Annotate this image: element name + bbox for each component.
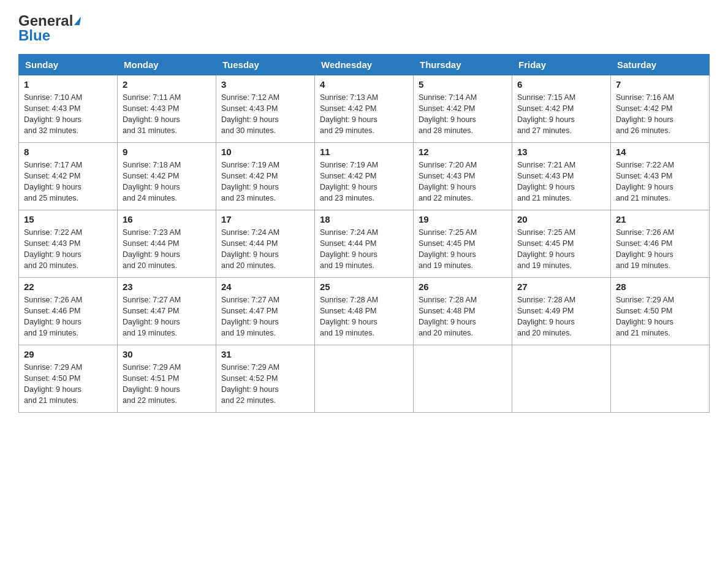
day-number: 26: [419, 282, 507, 292]
calendar-cell: 7Sunrise: 7:16 AMSunset: 4:42 PMDaylight…: [611, 75, 710, 143]
calendar-cell: 2Sunrise: 7:11 AMSunset: 4:43 PMDaylight…: [118, 75, 216, 143]
day-number: 6: [517, 79, 605, 90]
calendar-cell: 23Sunrise: 7:27 AMSunset: 4:47 PMDayligh…: [118, 278, 216, 345]
col-header-tuesday: Tuesday: [216, 55, 315, 75]
col-header-monday: Monday: [118, 55, 216, 75]
calendar-cell: 1Sunrise: 7:10 AMSunset: 4:43 PMDaylight…: [19, 75, 118, 143]
day-number: 7: [616, 79, 704, 90]
calendar-cell: 9Sunrise: 7:18 AMSunset: 4:42 PMDaylight…: [118, 143, 216, 210]
calendar-header-row: SundayMondayTuesdayWednesdayThursdayFrid…: [19, 55, 710, 75]
day-info: Sunrise: 7:29 AMSunset: 4:52 PMDaylight:…: [221, 362, 309, 407]
day-info: Sunrise: 7:27 AMSunset: 4:47 PMDaylight:…: [221, 294, 309, 339]
day-number: 30: [123, 349, 211, 359]
day-number: 21: [616, 214, 704, 224]
col-header-sunday: Sunday: [19, 55, 118, 75]
day-info: Sunrise: 7:29 AMSunset: 4:50 PMDaylight:…: [616, 294, 704, 339]
day-number: 15: [24, 214, 112, 224]
day-number: 5: [419, 79, 507, 90]
day-number: 20: [517, 214, 605, 224]
day-number: 29: [24, 349, 112, 359]
logo-blue-text: Blue: [18, 27, 50, 44]
calendar-cell: 27Sunrise: 7:28 AMSunset: 4:49 PMDayligh…: [512, 278, 611, 345]
week-row-5: 29Sunrise: 7:29 AMSunset: 4:50 PMDayligh…: [19, 345, 710, 413]
day-number: 11: [320, 147, 408, 157]
day-number: 31: [221, 349, 309, 359]
day-info: Sunrise: 7:12 AMSunset: 4:43 PMDaylight:…: [221, 92, 309, 137]
day-info: Sunrise: 7:27 AMSunset: 4:47 PMDaylight:…: [123, 294, 211, 339]
day-number: 12: [419, 147, 507, 157]
logo: General Blue: [18, 12, 80, 44]
calendar-cell: [611, 345, 710, 413]
day-number: 13: [517, 147, 605, 157]
calendar-cell: 15Sunrise: 7:22 AMSunset: 4:43 PMDayligh…: [19, 210, 118, 278]
week-row-2: 8Sunrise: 7:17 AMSunset: 4:42 PMDaylight…: [19, 143, 710, 210]
calendar-cell: 26Sunrise: 7:28 AMSunset: 4:48 PMDayligh…: [414, 278, 512, 345]
col-header-friday: Friday: [512, 55, 611, 75]
page-header: General Blue: [18, 12, 710, 44]
day-info: Sunrise: 7:22 AMSunset: 4:43 PMDaylight:…: [616, 159, 704, 204]
day-number: 28: [616, 282, 704, 292]
day-info: Sunrise: 7:24 AMSunset: 4:44 PMDaylight:…: [320, 227, 408, 272]
calendar-cell: 25Sunrise: 7:28 AMSunset: 4:48 PMDayligh…: [315, 278, 414, 345]
calendar-cell: 20Sunrise: 7:25 AMSunset: 4:45 PMDayligh…: [512, 210, 611, 278]
day-number: 3: [221, 79, 309, 90]
day-info: Sunrise: 7:13 AMSunset: 4:42 PMDaylight:…: [320, 92, 408, 137]
day-number: 2: [123, 79, 211, 90]
day-number: 9: [123, 147, 211, 157]
calendar-cell: [512, 345, 611, 413]
calendar-cell: 19Sunrise: 7:25 AMSunset: 4:45 PMDayligh…: [414, 210, 512, 278]
calendar-cell: 12Sunrise: 7:20 AMSunset: 4:43 PMDayligh…: [414, 143, 512, 210]
calendar-cell: 30Sunrise: 7:29 AMSunset: 4:51 PMDayligh…: [118, 345, 216, 413]
day-number: 22: [24, 282, 112, 292]
day-number: 25: [320, 282, 408, 292]
calendar-cell: 8Sunrise: 7:17 AMSunset: 4:42 PMDaylight…: [19, 143, 118, 210]
day-info: Sunrise: 7:29 AMSunset: 4:50 PMDaylight:…: [24, 362, 112, 407]
day-info: Sunrise: 7:28 AMSunset: 4:48 PMDaylight:…: [320, 294, 408, 339]
calendar-cell: 5Sunrise: 7:14 AMSunset: 4:42 PMDaylight…: [414, 75, 512, 143]
day-info: Sunrise: 7:26 AMSunset: 4:46 PMDaylight:…: [616, 227, 704, 272]
logo-triangle: [74, 17, 81, 25]
calendar-cell: 21Sunrise: 7:26 AMSunset: 4:46 PMDayligh…: [611, 210, 710, 278]
day-info: Sunrise: 7:11 AMSunset: 4:43 PMDaylight:…: [123, 92, 211, 137]
week-row-1: 1Sunrise: 7:10 AMSunset: 4:43 PMDaylight…: [19, 75, 710, 143]
day-info: Sunrise: 7:20 AMSunset: 4:43 PMDaylight:…: [419, 159, 507, 204]
calendar-cell: 18Sunrise: 7:24 AMSunset: 4:44 PMDayligh…: [315, 210, 414, 278]
day-info: Sunrise: 7:17 AMSunset: 4:42 PMDaylight:…: [24, 159, 112, 204]
calendar-cell: 10Sunrise: 7:19 AMSunset: 4:42 PMDayligh…: [216, 143, 315, 210]
day-number: 18: [320, 214, 408, 224]
col-header-saturday: Saturday: [611, 55, 710, 75]
day-number: 24: [221, 282, 309, 292]
calendar-cell: 6Sunrise: 7:15 AMSunset: 4:42 PMDaylight…: [512, 75, 611, 143]
day-number: 4: [320, 79, 408, 90]
day-info: Sunrise: 7:26 AMSunset: 4:46 PMDaylight:…: [24, 294, 112, 339]
day-info: Sunrise: 7:24 AMSunset: 4:44 PMDaylight:…: [221, 227, 309, 272]
day-number: 23: [123, 282, 211, 292]
day-info: Sunrise: 7:18 AMSunset: 4:42 PMDaylight:…: [123, 159, 211, 204]
calendar-cell: 17Sunrise: 7:24 AMSunset: 4:44 PMDayligh…: [216, 210, 315, 278]
calendar-cell: 16Sunrise: 7:23 AMSunset: 4:44 PMDayligh…: [118, 210, 216, 278]
calendar-cell: 11Sunrise: 7:19 AMSunset: 4:42 PMDayligh…: [315, 143, 414, 210]
day-info: Sunrise: 7:29 AMSunset: 4:51 PMDaylight:…: [123, 362, 211, 407]
day-info: Sunrise: 7:28 AMSunset: 4:48 PMDaylight:…: [419, 294, 507, 339]
day-info: Sunrise: 7:21 AMSunset: 4:43 PMDaylight:…: [517, 159, 605, 204]
day-info: Sunrise: 7:10 AMSunset: 4:43 PMDaylight:…: [24, 92, 112, 137]
calendar-cell: 28Sunrise: 7:29 AMSunset: 4:50 PMDayligh…: [611, 278, 710, 345]
week-row-3: 15Sunrise: 7:22 AMSunset: 4:43 PMDayligh…: [19, 210, 710, 278]
calendar-cell: 14Sunrise: 7:22 AMSunset: 4:43 PMDayligh…: [611, 143, 710, 210]
day-info: Sunrise: 7:25 AMSunset: 4:45 PMDaylight:…: [517, 227, 605, 272]
day-info: Sunrise: 7:15 AMSunset: 4:42 PMDaylight:…: [517, 92, 605, 137]
calendar-cell: 3Sunrise: 7:12 AMSunset: 4:43 PMDaylight…: [216, 75, 315, 143]
calendar-cell: [414, 345, 512, 413]
calendar-cell: [315, 345, 414, 413]
calendar-cell: 29Sunrise: 7:29 AMSunset: 4:50 PMDayligh…: [19, 345, 118, 413]
day-info: Sunrise: 7:16 AMSunset: 4:42 PMDaylight:…: [616, 92, 704, 137]
calendar-table: SundayMondayTuesdayWednesdayThursdayFrid…: [18, 54, 710, 413]
day-number: 8: [24, 147, 112, 157]
calendar-cell: 4Sunrise: 7:13 AMSunset: 4:42 PMDaylight…: [315, 75, 414, 143]
day-info: Sunrise: 7:22 AMSunset: 4:43 PMDaylight:…: [24, 227, 112, 272]
calendar-cell: 24Sunrise: 7:27 AMSunset: 4:47 PMDayligh…: [216, 278, 315, 345]
day-info: Sunrise: 7:25 AMSunset: 4:45 PMDaylight:…: [419, 227, 507, 272]
calendar-cell: 31Sunrise: 7:29 AMSunset: 4:52 PMDayligh…: [216, 345, 315, 413]
week-row-4: 22Sunrise: 7:26 AMSunset: 4:46 PMDayligh…: [19, 278, 710, 345]
day-number: 27: [517, 282, 605, 292]
